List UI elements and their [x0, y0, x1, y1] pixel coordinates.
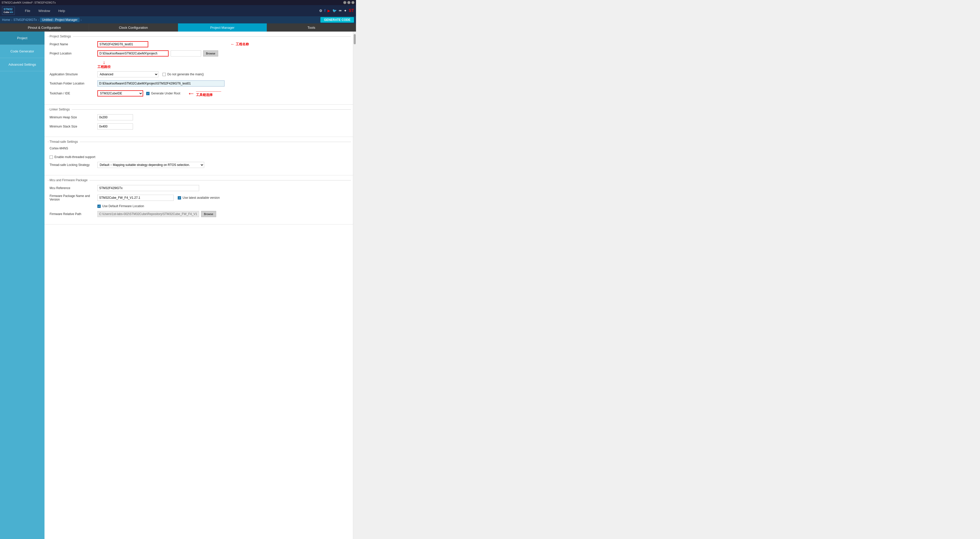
settings-icon[interactable]: ⚙ [319, 9, 323, 13]
st-icon[interactable]: ST [349, 8, 354, 13]
sidebar-item-project[interactable]: Project [0, 32, 45, 45]
menu-file[interactable]: File [23, 8, 32, 14]
use-latest-checkbox[interactable]: ✓ [178, 196, 181, 199]
use-default-firmware-checkbox[interactable]: ✓ [97, 205, 101, 208]
project-location-extra[interactable] [170, 50, 201, 56]
firmware-rel-path-row: Firmware Relative Path Browse [49, 211, 348, 217]
logo-area: STM32 Cube MX [2, 6, 16, 15]
min-stack-label: Minimum Stack Size [49, 125, 95, 128]
generate-under-root-label: Generate Under Root [151, 92, 180, 95]
mcu-firmware-section: Mcu and Firmware Package Mcu Reference F… [45, 175, 353, 225]
mcu-ref-label: Mcu Reference [49, 186, 95, 190]
scroll-thumb[interactable] [354, 34, 356, 44]
do-not-generate-label: Do not generate the main() [167, 73, 204, 76]
menu-bar: STM32 Cube MX File Window Help ⚙ f ▶ 🐦 ⚮… [0, 5, 356, 16]
toolchain-ide-select[interactable]: STM32CubeIDE MDK-ARM V5 EWARM [97, 90, 143, 96]
mcu-firmware-title: Mcu and Firmware Package [49, 179, 348, 182]
firmware-pkg-input[interactable] [97, 195, 174, 201]
tab-pinout[interactable]: Pinout & Configuration [0, 24, 89, 32]
star-icon[interactable]: ✦ [344, 9, 347, 13]
project-settings-title: Project Settings [49, 35, 348, 38]
content-area: Project Code Generator Advanced Settings… [0, 32, 356, 539]
thread-safe-section: Thread-safe Settings Cortex-M4NS Enable … [45, 137, 353, 175]
mcu-ref-row: Mcu Reference [49, 185, 348, 191]
project-name-annotation: 工程名称 [236, 42, 249, 46]
tab-project-manager[interactable]: Project Manager [178, 24, 267, 32]
sidebar: Project Code Generator Advanced Settings [0, 32, 45, 539]
breadcrumb-sep-2: › [38, 18, 39, 22]
toolchain-folder-label: Toolchain Folder Location [49, 82, 95, 85]
project-name-label: Project Name [49, 43, 95, 46]
min-heap-row: Minimum Heap Size [49, 114, 348, 120]
stm32cubemx-logo: STM32 Cube MX [2, 6, 15, 15]
maximize-button[interactable]: □ [347, 1, 350, 4]
project-name-input[interactable] [97, 41, 148, 47]
minimize-button[interactable]: − [343, 1, 346, 4]
close-button[interactable]: × [352, 1, 355, 4]
mcu-ref-input [97, 185, 199, 191]
breadcrumb-sep-1: › [11, 18, 13, 22]
project-settings-section: Project Settings Project Name ← 工程名称 Pro… [45, 32, 353, 105]
menu-window[interactable]: Window [37, 8, 52, 14]
app-structure-label: Application Structure [49, 73, 95, 76]
project-location-browse-button[interactable]: Browse [203, 50, 218, 56]
generate-under-root-checkbox[interactable]: ✓ [146, 92, 150, 95]
toolchain-folder-input [97, 80, 224, 86]
locking-strategy-row: Thread-safe Locking Strategy Default − M… [49, 162, 348, 168]
twitter-icon[interactable]: 🐦 [332, 9, 337, 13]
breadcrumb-project: Untitled - Project Manager [40, 18, 80, 22]
tab-clock[interactable]: Clock Configuration [89, 24, 178, 32]
scrollbar[interactable] [353, 32, 356, 539]
breadcrumb-bar: Home › STM32F429IGTx › Untitled - Projec… [0, 16, 356, 24]
breadcrumb-home[interactable]: Home [2, 18, 10, 22]
window-controls: − □ × [343, 1, 355, 4]
youtube-icon[interactable]: ▶ [328, 9, 330, 13]
use-latest-label: Use latest available version [183, 196, 220, 199]
min-stack-row: Minimum Stack Size [49, 123, 348, 129]
sidebar-item-advanced-settings[interactable]: Advanced Settings [0, 58, 45, 71]
facebook-icon[interactable]: f [325, 9, 326, 13]
min-heap-label: Minimum Heap Size [49, 116, 95, 119]
logo-stm32: STM32 [3, 8, 13, 11]
sidebar-item-code-generator[interactable]: Code Generator [0, 45, 45, 58]
logo-mx: MX [10, 11, 13, 14]
toolchain-annotation: 工具链选择 [196, 92, 213, 97]
logo-cube: Cube [3, 11, 10, 14]
toolchain-folder-row: Toolchain Folder Location [49, 80, 348, 86]
main-content: Project Settings Project Name ← 工程名称 Pro… [45, 32, 353, 539]
enable-multithreaded-label: Enable multi-threaded support [54, 155, 95, 159]
min-stack-input[interactable] [97, 123, 133, 129]
linker-settings-section: Linker Settings Minimum Heap Size Minimu… [45, 105, 353, 137]
tab-tools[interactable]: Tools [267, 24, 356, 32]
app-structure-row: Application Structure Advanced Basic Do … [49, 71, 348, 77]
firmware-rel-path-input [97, 211, 199, 217]
project-location-input[interactable] [97, 50, 169, 56]
title-bar-text: STM32CubeMX Untitled*: STM32F429IGTx [2, 1, 56, 4]
firmware-rel-path-label: Firmware Relative Path [49, 212, 95, 216]
enable-multithreaded-checkbox[interactable] [49, 155, 53, 159]
breadcrumb-chip[interactable]: STM32F429IGTx [13, 18, 37, 22]
main-tabs: Pinout & Configuration Clock Configurati… [0, 24, 356, 32]
firmware-browse-button[interactable]: Browse [201, 211, 216, 217]
locking-strategy-label: Thread-safe Locking Strategy [49, 163, 95, 167]
use-default-firmware-label: Use Default Firmware Location [102, 204, 144, 208]
menu-right-icons: ⚙ f ▶ 🐦 ⚮ ✦ ST [319, 8, 354, 13]
thread-safe-title: Thread-safe Settings [49, 140, 348, 144]
min-heap-input[interactable] [97, 114, 133, 120]
app-structure-select[interactable]: Advanced Basic [97, 71, 158, 77]
toolchain-ide-label: Toolchain / IDE [49, 92, 95, 95]
locking-strategy-select[interactable]: Default − Mapping suitable strategy depe… [97, 162, 204, 168]
menu-items: File Window Help [23, 8, 319, 14]
breadcrumb-sep-3: › [81, 18, 82, 22]
project-name-row: Project Name ← 工程名称 [49, 41, 348, 47]
title-bar: STM32CubeMX Untitled*: STM32F429IGTx − □… [0, 0, 356, 5]
github-icon[interactable]: ⚮ [339, 9, 342, 13]
generate-code-button[interactable]: GENERATE CODE [320, 17, 354, 23]
menu-help[interactable]: Help [57, 8, 67, 14]
do-not-generate-checkbox[interactable] [162, 73, 166, 76]
firmware-pkg-label: Firmware Package Name and Version [49, 194, 95, 201]
project-location-annotation: 工程路径 [97, 65, 111, 69]
toolchain-ide-row: Toolchain / IDE STM32CubeIDE MDK-ARM V5 … [49, 89, 348, 97]
cortex-label: Cortex-M4NS [49, 147, 348, 150]
linker-settings-title: Linker Settings [49, 108, 348, 111]
